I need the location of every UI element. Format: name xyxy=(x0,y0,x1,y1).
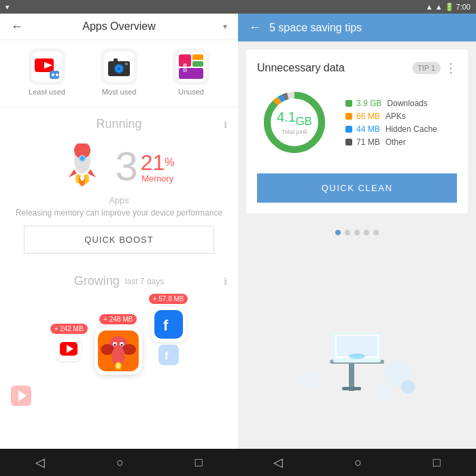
right-panel-title: 5 space saving tips xyxy=(269,22,465,34)
hidden-cache-value: 44 MB xyxy=(356,124,380,134)
legend-item-downloads: 3.9 GB Downloads xyxy=(345,99,437,108)
most-used-item[interactable]: Most used xyxy=(101,48,137,96)
svg-marker-25 xyxy=(88,169,96,177)
memory-stats: 21% Memory xyxy=(141,146,175,184)
donut-chart: 4.1GB Total junk xyxy=(257,85,332,160)
dot-4[interactable] xyxy=(364,230,369,235)
youtube-small-svg xyxy=(60,342,78,356)
legend-dot-apks xyxy=(345,113,352,120)
unused-label: Unused xyxy=(178,88,204,96)
running-info-icon[interactable]: ℹ xyxy=(224,119,227,130)
dot-2[interactable] xyxy=(345,230,350,235)
legend: 3.9 GB Downloads 66 MB APKs 44 MB Hidden… xyxy=(345,99,437,147)
status-bar-right: ▲ ▲ 🔋 7:00 xyxy=(426,3,471,12)
wifi-icon: ▾ xyxy=(5,3,10,12)
recents-nav-button[interactable]: □ xyxy=(187,452,211,474)
home-nav-button-right[interactable]: ○ xyxy=(346,452,370,474)
back-nav-button-right[interactable]: ◁ xyxy=(265,451,291,474)
youtube-small-icon xyxy=(56,337,81,361)
youtube-ghost-icon xyxy=(11,386,31,409)
running-section-header: Running ℹ xyxy=(0,107,238,137)
status-bar-left: ▾ xyxy=(5,3,10,12)
growing-app-facebook[interactable]: + 57.8 MB f f xyxy=(149,294,188,368)
growing-subtitle: last 7 days xyxy=(125,277,164,286)
status-bar: ▾ ▲ ▲ 🔋 7:00 xyxy=(0,0,476,14)
left-nav-section: ◁ ○ □ xyxy=(0,449,238,476)
growing-app-youtube[interactable]: + 242 MB xyxy=(50,324,88,361)
signal-icon: ▲ xyxy=(426,3,433,11)
pagination-dots xyxy=(238,222,476,243)
svg-rect-11 xyxy=(114,58,118,62)
tip-card: Unnecessary data TIP 1 ⋮ xyxy=(246,50,468,214)
legend-item-hidden-cache: 44 MB Hidden Cache xyxy=(345,124,437,134)
svg-rect-16 xyxy=(192,61,203,67)
dropdown-arrow-icon[interactable]: ▾ xyxy=(223,22,227,31)
svg-point-39 xyxy=(114,344,116,346)
svg-rect-43 xyxy=(154,310,183,339)
facebook-svg: f xyxy=(154,310,183,339)
percent-sign: % xyxy=(165,156,174,168)
facebook-ghost-icon: f xyxy=(158,345,179,365)
legend-item-apks: 66 MB APKs xyxy=(345,112,437,121)
dragon-svg xyxy=(98,330,139,371)
svg-point-28 xyxy=(84,174,89,184)
memory-label: Memory xyxy=(141,173,173,184)
svg-point-40 xyxy=(120,344,122,346)
other-label: Other xyxy=(386,137,406,147)
quick-boost-button[interactable]: QUICK BOOST xyxy=(24,226,214,254)
svg-point-56 xyxy=(401,380,415,394)
other-value: 71 MB xyxy=(356,137,380,147)
legend-dot-hidden-cache xyxy=(345,126,352,133)
tip-badge-row: TIP 1 ⋮ xyxy=(412,61,457,75)
svg-point-18 xyxy=(183,63,187,67)
more-options-icon[interactable]: ⋮ xyxy=(445,61,457,75)
running-description: Releasing memory can improve your device… xyxy=(16,208,222,218)
svg-point-64 xyxy=(349,354,365,359)
time-display: 7:00 xyxy=(456,3,471,11)
hidden-cache-label: Hidden Cache xyxy=(386,124,437,134)
back-nav-button[interactable]: ◁ xyxy=(27,451,53,474)
running-title: Running xyxy=(96,117,141,131)
unused-item[interactable]: Unused xyxy=(173,48,209,96)
home-nav-button[interactable]: ○ xyxy=(108,452,132,474)
svg-point-4 xyxy=(52,73,54,76)
svg-point-10 xyxy=(118,67,121,71)
donut-sublabel: Total junk xyxy=(277,129,312,135)
least-used-item[interactable]: Least used xyxy=(29,48,65,96)
svg-text:f: f xyxy=(163,317,169,334)
recents-nav-button-right[interactable]: □ xyxy=(425,452,449,474)
facebook-med-icon: f xyxy=(151,307,186,342)
svg-rect-19 xyxy=(183,68,187,72)
dot-5[interactable] xyxy=(373,230,379,235)
dot-3[interactable] xyxy=(354,230,360,235)
svg-rect-60 xyxy=(342,387,361,390)
most-used-icon-wrap xyxy=(101,48,137,85)
collage-icon xyxy=(176,52,206,82)
growing-info-icon[interactable]: ℹ xyxy=(224,276,227,287)
apps-category-row: Least used Most used xyxy=(0,40,238,107)
svg-point-55 xyxy=(375,384,394,403)
battery-icon: 🔋 xyxy=(445,3,454,12)
dragon-badge: + 248 MB xyxy=(99,314,137,324)
quick-clean-button[interactable]: QUICK CLEAN xyxy=(257,173,457,203)
youtube-badge: + 242 MB xyxy=(50,324,88,334)
right-panel-header: ← 5 space saving tips xyxy=(238,14,476,41)
dot-1[interactable] xyxy=(335,230,341,235)
most-used-label: Most used xyxy=(102,88,137,96)
left-panel-title: Apps Overview xyxy=(82,20,156,33)
rocket-icon xyxy=(63,143,101,190)
svg-rect-17 xyxy=(179,68,203,79)
right-back-button[interactable]: ← xyxy=(249,20,261,35)
left-back-button[interactable]: ← xyxy=(11,20,23,34)
dragon-large-icon xyxy=(95,327,142,375)
apps-sub-label: Apps xyxy=(109,195,129,205)
running-stats-numbers: 3 21% Memory xyxy=(115,146,174,187)
growing-app-dragon[interactable]: + 248 MB xyxy=(95,314,142,375)
svg-point-12 xyxy=(125,63,128,65)
tip-card-header: Unnecessary data TIP 1 ⋮ xyxy=(257,61,457,75)
left-panel: ← Apps Overview ▾ Least used xyxy=(0,14,238,449)
right-nav-section: ◁ ○ □ xyxy=(238,449,476,476)
least-used-label: Least used xyxy=(29,88,65,96)
apks-value: 66 MB xyxy=(356,112,380,121)
legend-item-other: 71 MB Other xyxy=(345,137,437,147)
